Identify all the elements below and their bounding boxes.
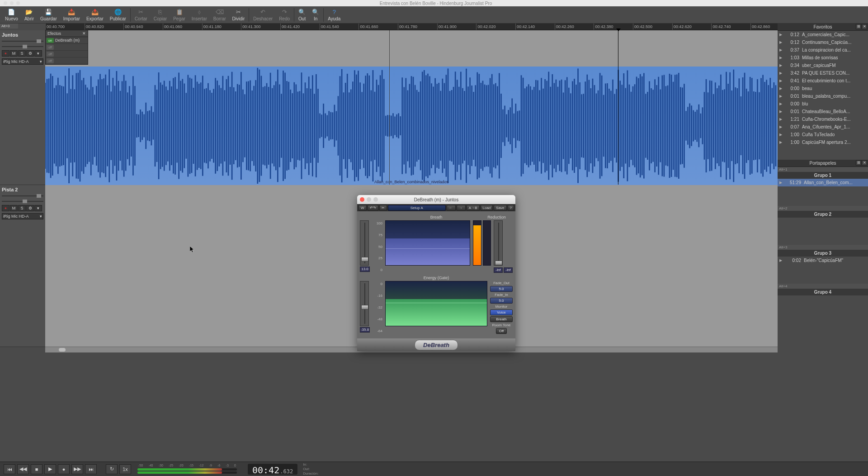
toolbar-dividir-button[interactable]: ✂Dividir xyxy=(229,8,248,22)
track-name[interactable]: Juntos xyxy=(2,32,43,38)
zoom-icon[interactable] xyxy=(373,197,378,202)
ab-compare-button[interactable]: A→B xyxy=(467,205,480,211)
toolbar-guardar-button[interactable]: 💾Guardar xyxy=(37,8,60,22)
mute-button[interactable]: M xyxy=(10,205,18,211)
toolbar-deshacer-button[interactable]: ↶Deshacer xyxy=(250,8,276,22)
undo-redo-button[interactable]: ↶↷ xyxy=(368,205,378,211)
fx-button[interactable]: ⚙ xyxy=(26,205,34,211)
panel-close-icon[interactable]: ✕ xyxy=(862,24,867,29)
toolbar-ayuda-button[interactable]: ?Ayuda xyxy=(325,8,344,22)
toolbar-in-button[interactable]: 🔍In xyxy=(309,8,322,22)
effect-toggle[interactable]: off xyxy=(47,45,54,50)
solo-button[interactable]: S xyxy=(18,205,26,211)
effect-toggle[interactable]: on xyxy=(47,38,54,43)
toolbar-insertar-button[interactable]: ⎀Insertar xyxy=(189,8,210,22)
play-icon[interactable]: ▶ xyxy=(779,71,784,75)
favorite-item[interactable]: ▶0:00blu xyxy=(778,100,868,108)
reduction-slider[interactable] xyxy=(494,220,503,266)
loop-button[interactable]: ↻ xyxy=(106,464,118,474)
play-icon[interactable]: ▶ xyxy=(779,63,784,67)
effect-toggle[interactable]: off xyxy=(47,58,54,63)
close-icon[interactable] xyxy=(360,197,364,202)
playhead[interactable] xyxy=(618,30,618,185)
effect-slot[interactable]: off xyxy=(46,57,88,64)
play-icon[interactable]: ▶ xyxy=(779,40,784,44)
play-icon[interactable]: ▶ xyxy=(779,86,784,90)
more-button[interactable]: ▾ xyxy=(34,50,42,57)
monitor-voice-button[interactable]: Voice xyxy=(490,309,513,315)
toolbar-cortar-button[interactable]: ✂Cortar xyxy=(132,8,151,22)
play-button[interactable]: ▶ xyxy=(44,464,56,474)
close-icon[interactable]: ✕ xyxy=(82,31,86,36)
more-button[interactable]: ▾ xyxy=(34,205,42,211)
toolbar-out-button[interactable]: 🔍Out xyxy=(295,8,309,22)
forward-button[interactable]: ▶▶ xyxy=(71,464,83,474)
play-icon[interactable]: ▶ xyxy=(779,33,784,37)
panel-close-icon[interactable]: ✕ xyxy=(862,160,867,166)
audio-clip[interactable]: Allan_con_Belen_combinados_nivelados xyxy=(45,67,778,185)
effect-toggle[interactable]: off xyxy=(47,52,54,57)
cut-button[interactable]: ✂ xyxy=(379,205,387,211)
favorite-item[interactable]: ▶0:07Ana_Cifuentes_Apr_1... xyxy=(778,123,868,131)
play-icon[interactable]: ▶ xyxy=(779,94,784,98)
play-icon[interactable]: ▶ xyxy=(779,109,784,114)
plugin-titlebar[interactable]: DeBreath (m) - Juntos xyxy=(357,195,515,204)
record-arm-button[interactable]: ● xyxy=(2,50,9,57)
volume-slider[interactable] xyxy=(2,45,43,48)
volume-slider[interactable] xyxy=(2,200,43,203)
save-button[interactable]: Save xyxy=(494,205,506,211)
input-select[interactable]: iRig Mic HD-A▾ xyxy=(2,213,43,219)
favorite-item[interactable]: ▶0:01ChateauBleau_BelloA... xyxy=(778,108,868,115)
group-header[interactable]: Grupo 1 xyxy=(778,172,868,179)
toolbar-nuevo-button[interactable]: 📄Nuevo xyxy=(2,8,21,22)
energy-threshold-slider[interactable] xyxy=(360,281,369,326)
play-icon[interactable]: ▶ xyxy=(779,48,784,52)
breath-threshold-slider[interactable] xyxy=(360,220,369,266)
preset-select[interactable]: Setup A xyxy=(388,205,446,211)
record-button[interactable]: ● xyxy=(58,464,70,474)
play-icon[interactable]: ▶ xyxy=(779,56,784,60)
toolbar-publicar-button[interactable]: 🌐Publicar xyxy=(107,8,129,22)
stop-button[interactable]: ■ xyxy=(31,464,42,474)
play-icon[interactable]: ▶ xyxy=(779,79,784,83)
traffic-lights[interactable] xyxy=(4,1,20,5)
fade-in-value[interactable]: 5.0 xyxy=(490,298,513,304)
favorite-item[interactable]: ▶0:12Continuamos_Capicúa... xyxy=(778,38,868,46)
plugin-window[interactable]: DeBreath (m) - Juntos W ↶↷ ✂ Setup A ← →… xyxy=(357,195,515,351)
effect-slot[interactable]: off xyxy=(46,51,88,57)
favorite-item[interactable]: ▶3:42PA QUE ESTES CON... xyxy=(778,69,868,77)
play-icon[interactable]: ▶ xyxy=(779,125,784,129)
toolbar-exportar-button[interactable]: 📤Exportar xyxy=(83,8,107,22)
speed-button[interactable]: 1x xyxy=(119,464,131,474)
room-tone-button[interactable]: Off xyxy=(496,328,507,334)
group-header[interactable]: Grupo 4 xyxy=(778,289,868,295)
input-select[interactable]: iRig Mic HD-A▾ xyxy=(2,58,43,65)
waves-button[interactable]: W xyxy=(359,205,367,211)
favorite-item[interactable]: ▶0:37La conspiracion del ca... xyxy=(778,46,868,54)
clipboard-item[interactable]: ▶0:02Belén-"CapicúaFM" xyxy=(778,257,868,264)
timeline-ruler[interactable]: Alt+0 00:40.70000:40.82000:40.94000:41.0… xyxy=(45,24,868,30)
goto-end-button[interactable]: ⏭ xyxy=(85,464,97,474)
panel-opts-icon[interactable]: ⊞ xyxy=(856,160,861,166)
solo-button[interactable]: S xyxy=(18,50,26,57)
goto-start-button[interactable]: ⏮ xyxy=(4,464,15,474)
toolbar-importar-button[interactable]: 📥Importar xyxy=(60,8,83,22)
minimize-icon[interactable] xyxy=(367,197,371,202)
group-header[interactable]: Grupo 2 xyxy=(778,211,868,218)
favorite-item[interactable]: ▶0:41El encubrimiento con t... xyxy=(778,77,868,85)
toolbar-borrar-button[interactable]: ⌫Borrar xyxy=(210,8,229,22)
pan-slider[interactable] xyxy=(2,39,43,43)
fade-out-value[interactable]: 5.0 xyxy=(490,286,513,292)
favorite-item[interactable]: ▶0:34uber_capicuaFM xyxy=(778,62,868,69)
clipboard-item[interactable]: ▶51:29Allan_con_Belen_com... xyxy=(778,179,868,186)
record-arm-button[interactable]: ● xyxy=(2,205,9,211)
toolbar-redo-button[interactable]: ↷Redo xyxy=(276,8,293,22)
energy-threshold-value[interactable]: -35.8 xyxy=(360,327,370,333)
play-icon[interactable]: ▶ xyxy=(779,140,784,144)
favorite-item[interactable]: ▶1:03Millas de sonrisas xyxy=(778,54,868,62)
play-icon[interactable]: ▶ xyxy=(779,102,784,106)
play-icon[interactable]: ▶ xyxy=(779,117,784,121)
track-name[interactable]: Pista 2 xyxy=(2,187,43,192)
effect-slot[interactable]: off xyxy=(46,44,88,51)
pan-slider[interactable] xyxy=(2,194,43,198)
